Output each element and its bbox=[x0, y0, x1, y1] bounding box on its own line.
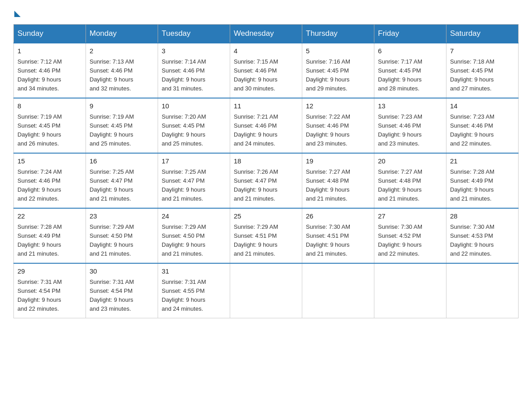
calendar-header-wednesday: Wednesday bbox=[230, 25, 302, 43]
calendar-week-row-2: 8 Sunrise: 7:19 AM Sunset: 4:45 PM Dayli… bbox=[14, 98, 519, 153]
calendar-cell: 14 Sunrise: 7:23 AM Sunset: 4:46 PM Dayl… bbox=[446, 98, 519, 153]
calendar-cell: 24 Sunrise: 7:29 AM Sunset: 4:50 PM Dayl… bbox=[158, 208, 230, 263]
day-info: Sunrise: 7:28 AM Sunset: 4:49 PM Dayligh… bbox=[17, 223, 82, 259]
day-info: Sunrise: 7:25 AM Sunset: 4:47 PM Dayligh… bbox=[162, 167, 226, 204]
day-number: 31 bbox=[162, 266, 226, 277]
calendar-cell: 15 Sunrise: 7:24 AM Sunset: 4:46 PM Dayl… bbox=[14, 153, 86, 208]
calendar-week-row-4: 22 Sunrise: 7:28 AM Sunset: 4:49 PM Dayl… bbox=[14, 208, 519, 263]
logo bbox=[13, 9, 21, 15]
calendar-week-row-5: 29 Sunrise: 7:31 AM Sunset: 4:54 PM Dayl… bbox=[14, 263, 519, 318]
calendar-cell: 26 Sunrise: 7:30 AM Sunset: 4:51 PM Dayl… bbox=[302, 208, 374, 263]
day-info: Sunrise: 7:14 AM Sunset: 4:46 PM Dayligh… bbox=[162, 57, 226, 94]
day-number: 1 bbox=[17, 46, 82, 56]
day-number: 14 bbox=[450, 101, 515, 111]
day-number: 5 bbox=[306, 46, 370, 56]
day-info: Sunrise: 7:30 AM Sunset: 4:53 PM Dayligh… bbox=[450, 223, 515, 259]
calendar-cell: 11 Sunrise: 7:21 AM Sunset: 4:46 PM Dayl… bbox=[230, 98, 302, 153]
calendar-cell: 4 Sunrise: 7:15 AM Sunset: 4:46 PM Dayli… bbox=[230, 43, 302, 98]
day-number: 21 bbox=[450, 156, 515, 167]
day-number: 28 bbox=[450, 211, 515, 222]
calendar-cell: 9 Sunrise: 7:19 AM Sunset: 4:45 PM Dayli… bbox=[86, 98, 158, 153]
day-number: 27 bbox=[378, 211, 442, 222]
calendar-cell: 22 Sunrise: 7:28 AM Sunset: 4:49 PM Dayl… bbox=[14, 208, 86, 263]
calendar-week-row-3: 15 Sunrise: 7:24 AM Sunset: 4:46 PM Dayl… bbox=[14, 153, 519, 208]
day-number: 6 bbox=[378, 46, 442, 56]
day-info: Sunrise: 7:30 AM Sunset: 4:51 PM Dayligh… bbox=[306, 223, 370, 259]
day-info: Sunrise: 7:16 AM Sunset: 4:45 PM Dayligh… bbox=[306, 57, 370, 94]
day-number: 25 bbox=[234, 211, 298, 222]
day-info: Sunrise: 7:22 AM Sunset: 4:46 PM Dayligh… bbox=[306, 112, 370, 149]
day-number: 3 bbox=[162, 46, 226, 56]
calendar-cell bbox=[302, 263, 374, 318]
day-number: 29 bbox=[17, 266, 82, 277]
day-number: 23 bbox=[90, 211, 154, 222]
day-number: 20 bbox=[378, 156, 442, 167]
calendar-cell: 17 Sunrise: 7:25 AM Sunset: 4:47 PM Dayl… bbox=[158, 153, 230, 208]
day-info: Sunrise: 7:31 AM Sunset: 4:54 PM Dayligh… bbox=[90, 278, 154, 314]
calendar-cell: 3 Sunrise: 7:14 AM Sunset: 4:46 PM Dayli… bbox=[158, 43, 230, 98]
day-info: Sunrise: 7:17 AM Sunset: 4:45 PM Dayligh… bbox=[378, 57, 442, 94]
day-number: 18 bbox=[234, 156, 298, 167]
calendar-header-saturday: Saturday bbox=[446, 25, 519, 43]
day-info: Sunrise: 7:23 AM Sunset: 4:46 PM Dayligh… bbox=[450, 112, 515, 149]
calendar-cell: 2 Sunrise: 7:13 AM Sunset: 4:46 PM Dayli… bbox=[86, 43, 158, 98]
day-info: Sunrise: 7:19 AM Sunset: 4:45 PM Dayligh… bbox=[17, 112, 82, 149]
calendar-week-row-1: 1 Sunrise: 7:12 AM Sunset: 4:46 PM Dayli… bbox=[14, 43, 519, 98]
calendar-cell: 13 Sunrise: 7:23 AM Sunset: 4:46 PM Dayl… bbox=[374, 98, 446, 153]
calendar-cell bbox=[446, 263, 519, 318]
day-info: Sunrise: 7:27 AM Sunset: 4:48 PM Dayligh… bbox=[378, 167, 442, 204]
day-number: 17 bbox=[162, 156, 226, 167]
day-number: 15 bbox=[17, 156, 82, 167]
calendar-cell: 18 Sunrise: 7:26 AM Sunset: 4:47 PM Dayl… bbox=[230, 153, 302, 208]
calendar-cell: 19 Sunrise: 7:27 AM Sunset: 4:48 PM Dayl… bbox=[302, 153, 374, 208]
calendar-cell: 10 Sunrise: 7:20 AM Sunset: 4:45 PM Dayl… bbox=[158, 98, 230, 153]
day-info: Sunrise: 7:28 AM Sunset: 4:49 PM Dayligh… bbox=[450, 167, 515, 204]
day-number: 19 bbox=[306, 156, 370, 167]
day-info: Sunrise: 7:24 AM Sunset: 4:46 PM Dayligh… bbox=[17, 167, 82, 204]
calendar-cell: 5 Sunrise: 7:16 AM Sunset: 4:45 PM Dayli… bbox=[302, 43, 374, 98]
day-info: Sunrise: 7:25 AM Sunset: 4:47 PM Dayligh… bbox=[90, 167, 154, 204]
day-number: 11 bbox=[234, 101, 298, 111]
day-info: Sunrise: 7:29 AM Sunset: 4:50 PM Dayligh… bbox=[90, 223, 154, 259]
calendar-cell: 23 Sunrise: 7:29 AM Sunset: 4:50 PM Dayl… bbox=[86, 208, 158, 263]
calendar-cell: 1 Sunrise: 7:12 AM Sunset: 4:46 PM Dayli… bbox=[14, 43, 86, 98]
day-info: Sunrise: 7:29 AM Sunset: 4:51 PM Dayligh… bbox=[234, 223, 298, 259]
day-info: Sunrise: 7:12 AM Sunset: 4:46 PM Dayligh… bbox=[17, 57, 82, 94]
day-info: Sunrise: 7:18 AM Sunset: 4:45 PM Dayligh… bbox=[450, 57, 515, 94]
day-number: 30 bbox=[90, 266, 154, 277]
day-number: 26 bbox=[306, 211, 370, 222]
calendar-cell: 12 Sunrise: 7:22 AM Sunset: 4:46 PM Dayl… bbox=[302, 98, 374, 153]
day-info: Sunrise: 7:31 AM Sunset: 4:55 PM Dayligh… bbox=[162, 278, 226, 314]
calendar-cell: 25 Sunrise: 7:29 AM Sunset: 4:51 PM Dayl… bbox=[230, 208, 302, 263]
day-info: Sunrise: 7:30 AM Sunset: 4:52 PM Dayligh… bbox=[378, 223, 442, 259]
calendar-table: SundayMondayTuesdayWednesdayThursdayFrid… bbox=[13, 24, 519, 318]
day-number: 13 bbox=[378, 101, 442, 111]
day-number: 22 bbox=[17, 211, 82, 222]
day-number: 24 bbox=[162, 211, 226, 222]
calendar-header-friday: Friday bbox=[374, 25, 446, 43]
calendar-header-sunday: Sunday bbox=[14, 25, 86, 43]
calendar-cell: 29 Sunrise: 7:31 AM Sunset: 4:54 PM Dayl… bbox=[14, 263, 86, 318]
day-number: 10 bbox=[162, 101, 226, 111]
calendar-cell: 7 Sunrise: 7:18 AM Sunset: 4:45 PM Dayli… bbox=[446, 43, 519, 98]
day-info: Sunrise: 7:29 AM Sunset: 4:50 PM Dayligh… bbox=[162, 223, 226, 259]
calendar-cell: 28 Sunrise: 7:30 AM Sunset: 4:53 PM Dayl… bbox=[446, 208, 519, 263]
day-info: Sunrise: 7:27 AM Sunset: 4:48 PM Dayligh… bbox=[306, 167, 370, 204]
day-number: 4 bbox=[234, 46, 298, 56]
logo-arrow-icon bbox=[14, 11, 21, 17]
day-info: Sunrise: 7:13 AM Sunset: 4:46 PM Dayligh… bbox=[90, 57, 154, 94]
day-info: Sunrise: 7:15 AM Sunset: 4:46 PM Dayligh… bbox=[234, 57, 298, 94]
day-number: 16 bbox=[90, 156, 154, 167]
day-number: 7 bbox=[450, 46, 515, 56]
day-info: Sunrise: 7:19 AM Sunset: 4:45 PM Dayligh… bbox=[90, 112, 154, 149]
calendar-cell: 30 Sunrise: 7:31 AM Sunset: 4:54 PM Dayl… bbox=[86, 263, 158, 318]
calendar-cell: 8 Sunrise: 7:19 AM Sunset: 4:45 PM Dayli… bbox=[14, 98, 86, 153]
day-info: Sunrise: 7:21 AM Sunset: 4:46 PM Dayligh… bbox=[234, 112, 298, 149]
calendar-header-monday: Monday bbox=[86, 25, 158, 43]
calendar-cell: 27 Sunrise: 7:30 AM Sunset: 4:52 PM Dayl… bbox=[374, 208, 446, 263]
day-info: Sunrise: 7:23 AM Sunset: 4:46 PM Dayligh… bbox=[378, 112, 442, 149]
day-number: 8 bbox=[17, 101, 82, 111]
calendar-header-tuesday: Tuesday bbox=[158, 25, 230, 43]
calendar-header-row: SundayMondayTuesdayWednesdayThursdayFrid… bbox=[14, 25, 519, 43]
day-number: 2 bbox=[90, 46, 154, 56]
